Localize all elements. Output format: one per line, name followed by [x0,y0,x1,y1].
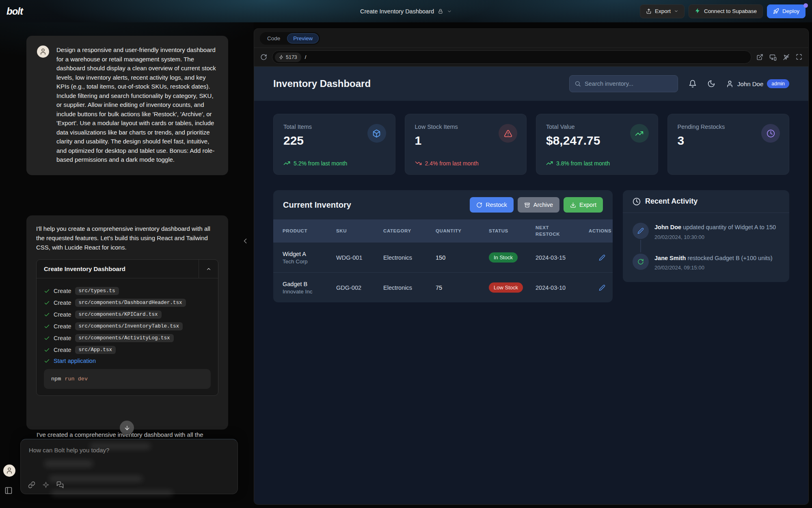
trending-up-icon [630,124,649,143]
port-pill[interactable]: 5173 [275,52,301,62]
inventory-table-header: PRODUCT SKU CATEGORY QUANTITY STATUS NEX… [273,219,613,242]
collapse-chat-handle[interactable] [241,237,249,245]
kpi-low-stock: Low Stock Items 1 2.4% from last month [405,114,527,175]
check-icon [44,300,50,306]
task-card: Create Inventory Dashboard Create src/ty… [36,259,218,396]
dashboard-content: Current Inventory Restock Archive [254,175,808,318]
collapse-task-button[interactable] [199,260,218,278]
tab-preview[interactable]: Preview [287,33,319,43]
timeline-connector [640,240,641,252]
file-chip[interactable]: src/components/DashboardHeader.tsx [75,299,186,307]
dashboard-header-actions: John Doe admin [569,75,789,92]
workbench: Code Preview 5173 / [254,28,809,505]
dark-mode-toggle-moon-icon[interactable] [707,80,715,88]
product-cell: Gadget B Innovate Inc [283,281,336,295]
start-application-link[interactable]: Start application [54,358,96,364]
sparkles-icon[interactable] [42,481,50,488]
edit-pencil-icon[interactable] [599,254,605,261]
current-inventory-section: Current Inventory Restock Archive [273,190,613,302]
chat-input[interactable] [29,447,224,469]
category-cell: Electronics [383,284,436,291]
clock-icon [761,124,780,143]
terminal-command: npmrun dev [44,369,211,389]
tab-code[interactable]: Code [261,33,286,43]
project-title: Create Inventory Dashboard [360,8,434,15]
activity-list: John Doe updated quantity of Widget A to… [623,213,789,282]
chevron-down-icon[interactable] [447,9,452,14]
file-chip[interactable]: src/types.ts [75,287,119,295]
refresh-icon [476,202,482,208]
rocket-icon [773,8,779,14]
sidebar-toggle-icon[interactable] [4,486,13,495]
status-cell: Low Stock [489,282,536,293]
quantity-cell: 150 [436,254,489,261]
table-row: Gadget B Innovate Inc GDG-002 Electronic… [273,272,613,302]
file-chip[interactable]: src/components/KPICard.tsx [75,310,162,319]
topbar: bolt Create Inventory Dashboard Export C… [0,0,812,22]
task-step: Create src/components/KPICard.tsx [44,310,211,319]
attach-link-icon[interactable] [28,481,35,488]
account-avatar[interactable] [3,465,15,477]
deploy-button[interactable]: Deploy [767,4,806,18]
bolt-workspace: bolt Create Inventory Dashboard Export C… [0,0,812,508]
scroll-to-bottom-button[interactable] [120,421,134,435]
check-icon [44,312,50,318]
start-application-step: Start application [44,358,211,364]
quantity-cell: 75 [436,284,489,291]
file-chip[interactable]: src/components/InventoryTable.tsx [75,322,183,330]
search-icon [574,80,581,87]
preview-toolbar: 5173 / [254,48,808,67]
check-icon [44,335,50,341]
chat-panel: Design a responsive and user-friendly in… [0,22,254,508]
file-chip[interactable]: src/App.tsx [75,346,116,354]
sku-cell: WDG-001 [336,254,383,261]
chevron-down-icon [674,9,678,13]
dashboard-header: Inventory Dashboard John Doe admin [254,67,808,101]
address-bar[interactable]: 5173 / [272,50,752,64]
kpi-trend: 2.4% from last month [415,160,479,167]
inventory-search[interactable] [569,75,678,92]
activity-header: Recent Activity [623,190,789,213]
inventory-header: Current Inventory Restock Archive [273,190,613,219]
assistant-message: I'll help you create a comprehensive inv… [26,215,228,430]
role-badge: admin [767,79,789,88]
inspector-off-icon[interactable] [783,54,790,61]
trending-up-icon [283,160,290,167]
user-menu[interactable]: John Doe admin [726,79,789,88]
task-card-header: Create Inventory Dashboard [37,260,218,278]
discussion-icon[interactable] [56,481,64,488]
reload-icon[interactable] [260,54,267,61]
activity-text: Jane Smith restocked Gadget B (+100 unit… [654,254,773,271]
download-icon [570,202,576,208]
blurred-text [51,491,173,496]
status-cell: In Stock [489,252,536,263]
task-steps: Create src/types.ts Create src/component… [37,278,218,395]
edit-pencil-icon[interactable] [599,284,605,291]
project-title-menu[interactable]: Create Inventory Dashboard [360,0,452,22]
archive-button[interactable]: Archive [518,197,559,213]
restock-button[interactable]: Restock [470,197,513,213]
package-icon [367,124,386,143]
open-external-icon[interactable] [756,54,763,61]
bell-icon[interactable] [689,80,697,88]
search-input[interactable] [585,80,666,87]
connect-supabase-button[interactable]: Connect to Supabase [689,4,763,18]
export-button[interactable]: Export [640,4,685,18]
responsive-devices-icon[interactable] [769,54,777,61]
lock-icon [438,9,443,14]
user-message: Design a responsive and user-friendly in… [26,36,228,175]
kpi-trend: 5.2% from last month [283,160,347,167]
file-chip[interactable]: src/components/ActivityLog.tsx [75,334,174,342]
check-icon [44,323,50,330]
status-badge: Low Stock [489,282,523,293]
recent-activity-section: Recent Activity John Doe updated quantit… [623,190,789,282]
task-step: Create src/components/InventoryTable.tsx [44,322,211,330]
topbar-actions: Export Connect to Supabase Deploy [640,4,806,18]
bulk-actions: Restock Archive Export [470,197,603,213]
user-name: John Doe [737,80,763,87]
fullscreen-icon[interactable] [796,54,802,61]
task-card-title: Create Inventory Dashboard [37,260,199,278]
export-csv-button[interactable]: Export [564,197,603,213]
supabase-zap-icon [695,8,701,15]
view-tabs: Code Preview [254,29,808,48]
